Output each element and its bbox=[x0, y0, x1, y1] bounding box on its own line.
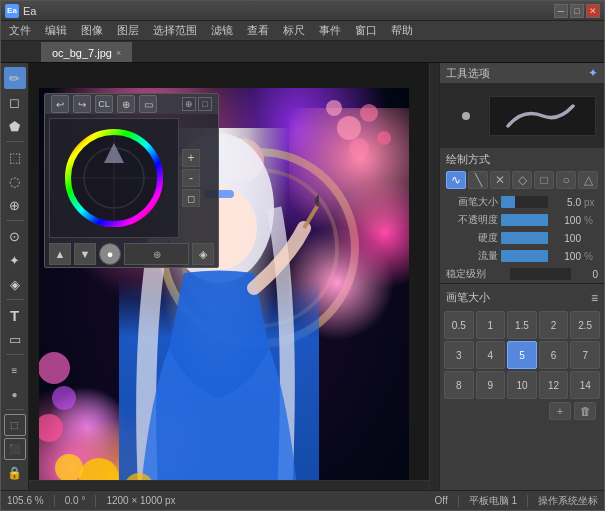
tool-eraser[interactable]: ◻ bbox=[4, 91, 26, 113]
tool-eyedropper[interactable]: ◈ bbox=[4, 273, 26, 295]
canvas-scrollbar-horizontal[interactable] bbox=[29, 480, 429, 490]
mode-poly-btn[interactable]: △ bbox=[578, 171, 598, 189]
brush-size-2[interactable]: 2 bbox=[539, 311, 569, 339]
mode-rect-btn[interactable]: □ bbox=[534, 171, 554, 189]
nav-item-2[interactable]: □ bbox=[198, 97, 212, 111]
tool-lasso[interactable]: ◌ bbox=[4, 170, 26, 192]
pan-down-btn[interactable]: ▼ bbox=[74, 243, 96, 265]
tool-select[interactable]: ⬚ bbox=[4, 146, 26, 168]
tab-close-icon[interactable]: × bbox=[116, 48, 121, 58]
tool-export[interactable]: ⬚ bbox=[4, 414, 26, 436]
canvas-area[interactable]: Illust ↩ ↪ CL ⊕ ▭ ⊕ □ bbox=[29, 63, 439, 490]
brush-add-btn[interactable]: + bbox=[549, 402, 571, 420]
zoom-display: 105.6 % bbox=[7, 495, 44, 506]
brush-size-2.5[interactable]: 2.5 bbox=[570, 311, 600, 339]
menu-edit[interactable]: 编辑 bbox=[39, 21, 73, 40]
brush-size-10[interactable]: 10 bbox=[507, 371, 537, 399]
pan-up-btn[interactable]: ▲ bbox=[49, 243, 71, 265]
menu-file[interactable]: 文件 bbox=[3, 21, 37, 40]
menu-view[interactable]: 查看 bbox=[241, 21, 275, 40]
nav-zoom-input[interactable]: ⊕ bbox=[124, 243, 189, 265]
brush-size-7[interactable]: 7 bbox=[570, 341, 600, 369]
opacity-track[interactable] bbox=[501, 214, 548, 226]
menu-select[interactable]: 选择范围 bbox=[147, 21, 203, 40]
tool-zoom[interactable]: ⊙ bbox=[4, 225, 26, 247]
fp-redo-btn[interactable]: ↪ bbox=[73, 95, 91, 113]
brush-size-value: 5.0 bbox=[551, 197, 581, 208]
tool-hand[interactable]: ✦ bbox=[4, 249, 26, 271]
maximize-button[interactable]: □ bbox=[570, 4, 584, 18]
brush-size-menu-icon[interactable]: ≡ bbox=[591, 291, 598, 305]
navigator-view[interactable] bbox=[49, 118, 179, 238]
close-button[interactable]: ✕ bbox=[586, 4, 600, 18]
tool-fill[interactable]: ⬟ bbox=[4, 115, 26, 137]
tool-options-settings-icon[interactable]: ✦ bbox=[588, 66, 598, 80]
left-toolbar: ✏ ◻ ⬟ ⬚ ◌ ⊕ ⊙ ✦ ◈ T ▭ ≡ ● ⬚ ⬛ 🔒 bbox=[1, 63, 29, 490]
menu-image[interactable]: 图像 bbox=[75, 21, 109, 40]
tool-divider-5 bbox=[6, 409, 24, 410]
zoom-in-btn[interactable]: + bbox=[182, 149, 200, 167]
drawing-mode-label: 绘制方式 bbox=[446, 152, 490, 167]
tool-transform[interactable]: ⊕ bbox=[4, 194, 26, 216]
canvas-scrollbar-vertical[interactable] bbox=[429, 63, 439, 490]
brush-size-slider-row: 画笔大小 5.0 px bbox=[440, 193, 604, 211]
nav-extra-btn[interactable]: ◈ bbox=[192, 243, 214, 265]
menu-window[interactable]: 窗口 bbox=[349, 21, 383, 40]
brush-size-8[interactable]: 8 bbox=[444, 371, 474, 399]
mode-diamond-btn[interactable]: ◇ bbox=[512, 171, 532, 189]
status-sep-2 bbox=[95, 495, 96, 507]
brush-size-9[interactable]: 9 bbox=[476, 371, 506, 399]
app-icon: Ea bbox=[5, 4, 19, 18]
tool-import[interactable]: ⬛ bbox=[4, 438, 26, 460]
tool-divider-2 bbox=[6, 220, 24, 221]
brush-size-12[interactable]: 12 bbox=[539, 371, 569, 399]
brush-size-0.5[interactable]: 0.5 bbox=[444, 311, 474, 339]
brush-size-track[interactable] bbox=[501, 196, 548, 208]
fp-cross-btn[interactable]: ⊕ bbox=[117, 95, 135, 113]
fp-cl-btn[interactable]: CL bbox=[95, 95, 113, 113]
menu-ruler[interactable]: 标尺 bbox=[277, 21, 311, 40]
brush-size-3[interactable]: 3 bbox=[444, 341, 474, 369]
hardness-track[interactable] bbox=[501, 232, 548, 244]
fp-undo-btn[interactable]: ↩ bbox=[51, 95, 69, 113]
tab-oc-bg[interactable]: oc_bg_7.jpg × bbox=[41, 42, 132, 62]
brush-size-4[interactable]: 4 bbox=[476, 341, 506, 369]
nav-item-1[interactable]: ⊕ bbox=[182, 97, 196, 111]
mode-free-btn[interactable]: ∿ bbox=[446, 171, 466, 189]
mode-line-btn[interactable]: ╲ bbox=[468, 171, 488, 189]
tool-layer[interactable]: ≡ bbox=[4, 359, 26, 381]
brush-size-14[interactable]: 14 bbox=[570, 371, 600, 399]
tool-lock[interactable]: 🔒 bbox=[4, 462, 26, 484]
mode-circle-btn[interactable]: ○ bbox=[556, 171, 576, 189]
tool-color[interactable]: ● bbox=[4, 383, 26, 405]
brush-size-1[interactable]: 1 bbox=[476, 311, 506, 339]
stability-track[interactable] bbox=[510, 268, 571, 280]
tool-shape[interactable]: ▭ bbox=[4, 328, 26, 350]
menu-filter[interactable]: 滤镜 bbox=[205, 21, 239, 40]
menu-event[interactable]: 事件 bbox=[313, 21, 347, 40]
brush-size-6[interactable]: 6 bbox=[539, 341, 569, 369]
floating-tool-panel[interactable]: ↩ ↪ CL ⊕ ▭ ⊕ □ bbox=[44, 93, 219, 268]
flow-value: 100 bbox=[551, 251, 581, 262]
brush-delete-btn[interactable]: 🗑 bbox=[574, 402, 596, 420]
brush-size-grid-section: 画笔大小 ≡ 0.5 1 1.5 2 2.5 3 4 5 6 7 8 9 10 bbox=[440, 284, 604, 490]
coords-display: 操作系统坐标 bbox=[538, 494, 598, 508]
brush-size-5[interactable]: 5 bbox=[507, 341, 537, 369]
tabbar: oc_bg_7.jpg × bbox=[1, 41, 604, 63]
minimize-button[interactable]: ─ bbox=[554, 4, 568, 18]
zoom-fit-btn[interactable]: ◻ bbox=[182, 189, 200, 207]
brush-size-1.5[interactable]: 1.5 bbox=[507, 311, 537, 339]
zoom-out-btn[interactable]: - bbox=[182, 169, 200, 187]
tool-brush[interactable]: ✏ bbox=[4, 67, 26, 89]
menu-help[interactable]: 帮助 bbox=[385, 21, 419, 40]
color-black[interactable]: ● bbox=[99, 243, 121, 265]
status-sep-1 bbox=[54, 495, 55, 507]
menu-layer[interactable]: 图层 bbox=[111, 21, 145, 40]
flow-slider-row: 流量 100 % bbox=[440, 247, 604, 265]
flow-track[interactable] bbox=[501, 250, 548, 262]
mode-cross-btn[interactable]: ✕ bbox=[490, 171, 510, 189]
dimensions-value: 1200 × 1000 px bbox=[106, 495, 175, 506]
brush-dot bbox=[462, 112, 470, 120]
tool-text[interactable]: T bbox=[4, 304, 26, 326]
fp-rect-btn[interactable]: ▭ bbox=[139, 95, 157, 113]
